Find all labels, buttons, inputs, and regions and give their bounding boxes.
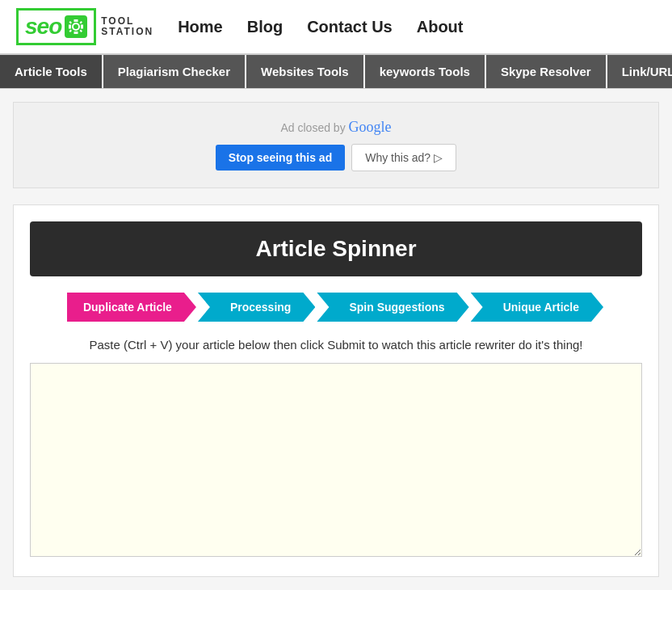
spinner-description: Paste (Ctrl + V) your article below then… (30, 338, 642, 352)
nav-home[interactable]: Home (178, 18, 223, 36)
why-icon: ▷ (434, 151, 443, 164)
step-duplicate-article: Duplicate Article (67, 293, 196, 322)
article-spinner-box: Article Spinner Duplicate Article Proces… (13, 204, 659, 577)
logo-box: seo (16, 8, 96, 45)
tab-plagiarism-checker[interactable]: Plagiarism Checker (103, 55, 246, 88)
tab-link-urls-analyzer[interactable]: Link/URLs Analyzer (607, 55, 672, 88)
gear-icon (65, 15, 87, 38)
logo-station: TOOL STATION (101, 16, 153, 37)
tab-keywords-tools[interactable]: keywords Tools (365, 55, 486, 88)
nav-tabs-bar: Article Tools Plagiarism Checker Website… (0, 55, 672, 89)
header: seo TOOL STATION Home Blog Contact Us Ab… (0, 0, 672, 55)
step-unique-article: Unique Article (471, 293, 603, 322)
tab-skype-resolver[interactable]: Skype Resolver (486, 55, 607, 88)
main-nav: Home Blog Contact Us About (178, 18, 463, 36)
ad-buttons: Stop seeing this ad Why this ad? ▷ (30, 144, 642, 171)
ad-google-label: Google (349, 119, 392, 135)
step-spin-suggestions: Spin Suggestions (317, 293, 468, 322)
logo-area: seo TOOL STATION (16, 8, 153, 45)
tab-article-tools[interactable]: Article Tools (0, 55, 103, 88)
nav-blog[interactable]: Blog (247, 18, 283, 36)
stop-seeing-ad-button[interactable]: Stop seeing this ad (216, 145, 345, 171)
nav-contact[interactable]: Contact Us (307, 18, 393, 36)
step-processing: Processing (198, 293, 315, 322)
main-content: Ad closed by Google Stop seeing this ad … (0, 89, 672, 590)
svg-rect-0 (65, 15, 87, 38)
tab-websites-tools[interactable]: Websites Tools (246, 55, 365, 88)
logo-seo-text: seo (25, 14, 61, 40)
why-this-ad-button[interactable]: Why this ad? ▷ (351, 144, 456, 171)
steps-container: Duplicate Article Processing Spin Sugges… (30, 293, 642, 322)
spinner-title: Article Spinner (30, 221, 642, 276)
ad-box: Ad closed by Google Stop seeing this ad … (13, 102, 659, 188)
article-input[interactable] (30, 363, 642, 557)
ad-closed-text: Ad closed by Google (30, 119, 642, 136)
nav-about[interactable]: About (417, 18, 464, 36)
